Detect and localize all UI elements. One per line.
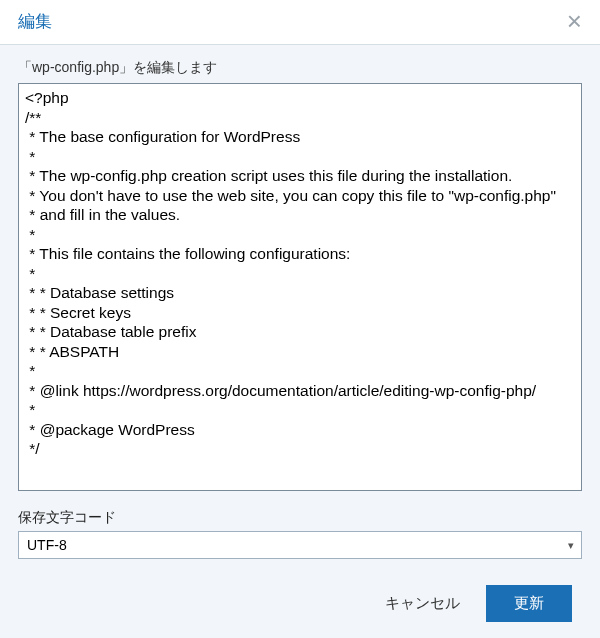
close-icon[interactable]: × — [567, 8, 582, 34]
update-button[interactable]: 更新 — [486, 585, 572, 622]
encoding-select-wrap: UTF-8 ▾ — [18, 531, 582, 559]
dialog-title: 編集 — [18, 10, 52, 33]
encoding-select[interactable]: UTF-8 — [18, 531, 582, 559]
dialog-footer: キャンセル 更新 — [0, 571, 600, 638]
edit-instruction: 「wp-config.php」を編集します — [18, 59, 582, 77]
encoding-label: 保存文字コード — [18, 509, 582, 527]
code-editor[interactable] — [18, 83, 582, 491]
cancel-button[interactable]: キャンセル — [385, 594, 460, 613]
dialog-header: 編集 × — [0, 0, 600, 45]
edit-dialog: 編集 × 「wp-config.php」を編集します 保存文字コード UTF-8… — [0, 0, 600, 638]
dialog-body: 「wp-config.php」を編集します 保存文字コード UTF-8 ▾ — [0, 45, 600, 571]
